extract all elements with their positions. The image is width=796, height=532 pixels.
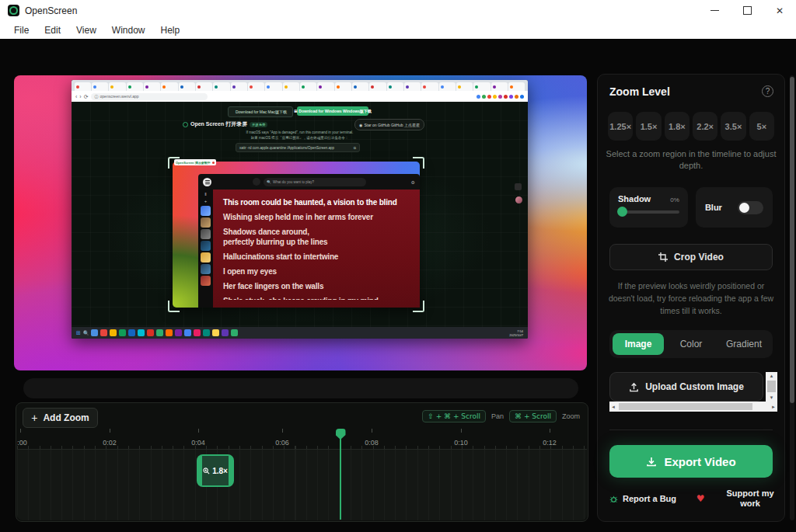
preview-warning-note: If the preview looks weirdly positioned … [607, 280, 775, 317]
zoom-option-1-25x[interactable]: 1.25× [608, 112, 633, 141]
menu-window[interactable]: Window [104, 25, 153, 36]
tab-favicon-icon [493, 85, 496, 89]
tab-favicon-icon [475, 85, 478, 89]
blur-toggle[interactable] [738, 201, 763, 214]
shadow-slider-knob[interactable] [617, 207, 627, 217]
vertical-scroll-thumb[interactable] [767, 381, 776, 392]
tab-favicon-icon [371, 85, 374, 89]
upload-custom-image-button[interactable]: Upload Custom Image [609, 372, 763, 402]
report-bug-link[interactable]: Report a Bug [609, 494, 676, 503]
zoom-region-block[interactable]: 1.8× [197, 454, 234, 487]
extension-icon [482, 95, 486, 99]
tab-favicon-icon [180, 85, 183, 89]
taskbar-app-icon [91, 329, 98, 336]
scroll-right-arrow-icon[interactable]: ► [770, 402, 777, 412]
support-work-link[interactable]: Support my work [724, 489, 776, 509]
tab-favicon-icon [458, 85, 461, 89]
crop-video-label: Crop Video [674, 252, 724, 263]
playhead-line[interactable] [340, 430, 341, 520]
maximize-button[interactable] [731, 0, 763, 21]
extension-icon [477, 95, 480, 99]
shadow-value: 0% [670, 196, 679, 203]
taskbar-app-icon [110, 329, 117, 336]
export-video-button[interactable]: Export Video [609, 445, 773, 478]
record-dot-icon [212, 162, 215, 164]
timeline-hints: ⇧ + ⌘ + Scroll Pan ⌘ + Scroll Zoom [422, 410, 580, 422]
timeline-track[interactable] [17, 449, 587, 520]
horizontal-scroll-thumb[interactable] [619, 403, 752, 410]
bug-icon [609, 495, 618, 503]
lyric-line: Her face lingers on the walls [223, 281, 420, 291]
scroll-left-arrow-icon[interactable]: ◄ [609, 402, 617, 412]
report-bug-label: Report a Bug [623, 494, 676, 503]
browser-tab [196, 82, 212, 91]
start-icon: ⊞ [76, 330, 81, 336]
page-avatar [515, 196, 522, 203]
tab-favicon-icon [145, 85, 148, 89]
menu-file[interactable]: File [6, 25, 37, 36]
recorded-desktop-frame: ‹ › ⟳ ⓘ openscreen.wenvl.app Download fo… [72, 80, 528, 339]
browser-tab [265, 82, 281, 91]
crop-video-button[interactable]: Crop Video [609, 244, 773, 270]
tab-favicon-icon [110, 85, 113, 89]
crop-icon [658, 252, 668, 262]
upload-section: Upload Custom Image ▲ ▼ ◄ ► [609, 372, 778, 412]
browser-tab [439, 82, 456, 91]
video-preview[interactable]: ‹ › ⟳ ⓘ openscreen.wenvl.app Download fo… [14, 75, 587, 370]
browser-tab [473, 82, 490, 91]
menu-help[interactable]: Help [153, 25, 188, 36]
tab-color[interactable]: Color [665, 333, 717, 355]
browser-forward-icon: › [79, 94, 81, 99]
scroll-down-arrow-icon[interactable]: ▼ [766, 394, 777, 402]
lyric-line: I open my eyes [223, 266, 420, 276]
zoom-option-1-5x[interactable]: 1.5× [636, 112, 661, 141]
download-mac-button: Download for Mac Mac版下载 [228, 106, 293, 117]
ruler-tick-mark [110, 429, 110, 433]
browser-tab [300, 82, 316, 91]
tab-favicon-icon [441, 85, 444, 89]
ruler-tick-label: 0:06 [275, 439, 289, 447]
tab-favicon-icon [354, 85, 357, 89]
zoom-hint-label: Zoom [562, 412, 580, 420]
upload-icon [629, 382, 639, 392]
settings-sidebar: Zoom Level ? 1.25× 1.5× 1.8× 2.2× 3.5× 5… [597, 74, 785, 522]
taskbar-app-icon [175, 329, 182, 336]
taskbar-search-icon: 🔍 [83, 330, 89, 336]
minimize-button[interactable] [698, 0, 731, 21]
app-logo-icon [8, 5, 19, 16]
upload-custom-image-label: Upload Custom Image [645, 381, 744, 392]
menu-view[interactable]: View [68, 25, 104, 36]
upload-horizontal-scrollbar[interactable]: ◄ ► [609, 402, 777, 412]
shadow-slider[interactable] [618, 210, 679, 214]
extension-icon [520, 95, 524, 99]
zoom-option-5x[interactable]: 5× [749, 112, 774, 141]
tab-favicon-icon [232, 85, 236, 89]
add-zoom-button[interactable]: + Add Zoom [23, 408, 98, 428]
tab-image[interactable]: Image [613, 333, 664, 355]
playlist-thumbnail [201, 241, 211, 251]
browser-tab-strip [72, 80, 528, 91]
browser-tab [317, 82, 333, 91]
taskbar-app-icon [138, 329, 145, 336]
ruler-tick-label: 0:02 [103, 439, 117, 447]
timeline-ruler[interactable]: 0:000:020:040:060:080:100:12 [17, 429, 587, 449]
zoom-option-3-5x[interactable]: 3.5× [721, 112, 745, 141]
upload-vertical-scrollbar[interactable]: ▲ ▼ [766, 372, 777, 402]
tab-gradient[interactable]: Gradient [718, 333, 770, 355]
menu-edit[interactable]: Edit [37, 25, 68, 36]
scroll-up-arrow-icon[interactable]: ▲ [766, 372, 777, 380]
ruler-tick-label: 0:08 [365, 439, 379, 447]
help-icon[interactable]: ? [762, 85, 773, 97]
taskbar-app-icon [203, 329, 210, 336]
taskbar-app-icon [231, 329, 238, 336]
app-scrollbar-thumb[interactable] [790, 77, 794, 403]
ruler-tick-label: 0:12 [543, 439, 557, 447]
close-button[interactable]: ✕ [763, 0, 796, 21]
zoom-option-1-8x[interactable]: 1.8× [665, 112, 690, 141]
browser-tab [491, 82, 508, 91]
browser-tab [456, 82, 473, 91]
zoom-option-2-2x[interactable]: 2.2× [693, 112, 717, 141]
openscreen-website: Download for Mac Mac版下载 ⊞ Download for W… [72, 102, 528, 327]
download-windows-label: Download for Windows Windows版下载 [298, 109, 372, 113]
zoom-region-label: 1.8× [212, 467, 228, 475]
